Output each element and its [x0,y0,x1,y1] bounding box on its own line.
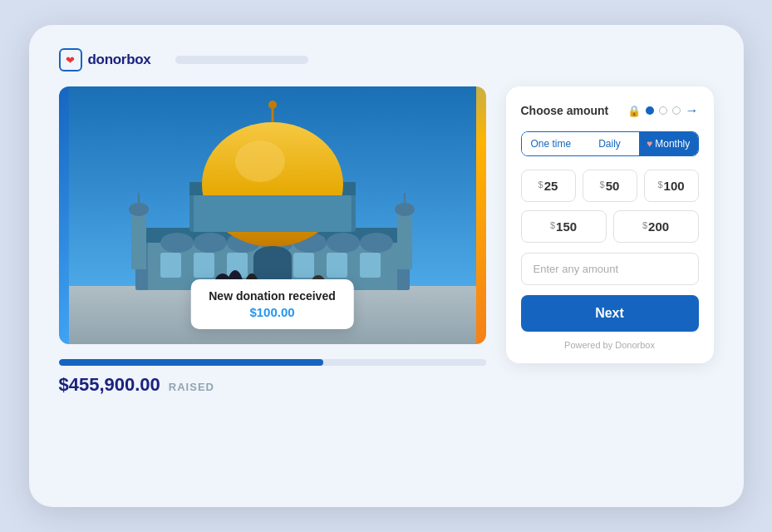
frequency-tabs: One time Daily ♥Monthly [521,131,699,156]
svg-rect-22 [327,253,347,278]
svg-point-6 [194,233,227,253]
amount-grid-row1: $ 25 $ 50 $ 100 [521,170,699,202]
header-bar [175,56,308,64]
progress-bar-fill [59,359,324,366]
next-button[interactable]: Next [521,295,699,332]
currency-symbol: $ [642,220,647,230]
step-dot-1 [646,106,654,115]
raised-row: $455,900.00 RAISED [59,374,486,396]
amount-value: 100 [664,179,685,193]
heart-icon: ♥ [647,138,652,150]
progress-bar-background [59,359,486,366]
app-header: ❤ donorbox [59,48,714,71]
svg-rect-23 [360,253,381,278]
notification-amount: $100.00 [209,305,335,319]
amount-btn-50[interactable]: $ 50 [583,170,637,202]
lock-icon: 🔒 [627,105,641,117]
svg-point-11 [360,233,393,253]
svg-point-25 [253,246,292,268]
svg-point-15 [235,140,285,182]
notification-title: New donation received [209,289,335,303]
svg-rect-26 [194,195,352,232]
currency-symbol: $ [550,220,555,230]
amount-grid-row2: $ 150 $ 200 [521,210,699,243]
enter-amount-input[interactable] [521,253,699,285]
tab-daily[interactable]: Daily [580,132,639,155]
logo-icon: ❤ [59,48,82,71]
raised-amount: $455,900.00 [59,374,160,396]
amount-value: 200 [648,219,669,234]
logo: ❤ donorbox [59,48,151,71]
tab-monthly-label: Monthly [655,138,690,150]
amount-value: 50 [606,179,620,193]
svg-point-10 [327,233,360,253]
svg-rect-18 [160,253,181,278]
amount-value: 150 [556,219,577,234]
raised-label: RAISED [169,381,214,393]
choose-amount-label: Choose amount [521,104,609,117]
svg-rect-34 [397,211,412,269]
donation-panel: Choose amount 🔒 → One time Daily ♥Monthl… [506,86,714,363]
amount-value: 25 [544,179,558,193]
amount-btn-200[interactable]: $ 200 [613,210,699,243]
svg-rect-19 [194,253,214,278]
svg-point-35 [395,203,415,216]
svg-point-17 [268,101,277,109]
amount-btn-25[interactable]: $ 25 [521,170,576,202]
logo-heart-icon: ❤ [66,55,75,66]
logo-text: donorbox [88,52,151,68]
currency-symbol: $ [600,180,605,190]
tab-one-time[interactable]: One time [522,132,581,155]
campaign-image: New donation received $100.00 [59,86,486,344]
svg-point-5 [160,233,194,253]
tab-monthly[interactable]: ♥Monthly [639,132,698,155]
svg-rect-31 [131,211,146,269]
currency-symbol: $ [657,180,662,190]
device-frame: ❤ donorbox [29,25,744,507]
currency-symbol: $ [538,180,543,190]
powered-by-label: Powered by Donorbox [521,340,699,350]
svg-rect-21 [293,253,314,278]
panel-header: Choose amount 🔒 → [521,103,699,118]
notification-card: New donation received $100.00 [190,279,353,329]
svg-point-32 [129,203,149,216]
amount-btn-100[interactable]: $ 100 [644,170,699,202]
main-content: New donation received $100.00 $455,900.0… [59,86,714,396]
progress-section: $455,900.00 RAISED [59,359,486,396]
panel-controls: 🔒 → [627,103,699,118]
left-panel: New donation received $100.00 $455,900.0… [59,86,486,396]
forward-arrow-icon[interactable]: → [686,103,699,118]
step-dot-3 [672,106,681,115]
amount-btn-150[interactable]: $ 150 [521,210,607,243]
step-dot-2 [659,106,667,115]
